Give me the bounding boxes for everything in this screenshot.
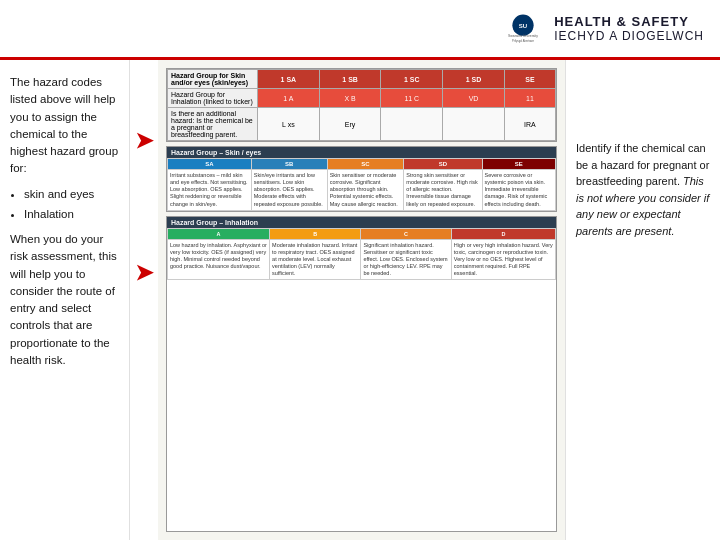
col-1a: 1 A [258, 89, 320, 108]
col-header-sc: SC [327, 159, 404, 170]
col-se: SE [504, 70, 555, 89]
col-vd: VD [443, 89, 505, 108]
inhalation-cell-a: Low hazard by inhalation. Asphyxiant or … [168, 239, 270, 280]
val-blank2 [443, 108, 505, 141]
col-11c: 11 C [381, 89, 443, 108]
col-header-sd: SD [404, 159, 482, 170]
inhalation-cell-b: Moderate inhalation hazard. Irritant to … [270, 239, 361, 280]
svg-text:Swansea University: Swansea University [508, 34, 538, 38]
list-item-skin: skin and eyes [24, 186, 119, 203]
main-content: The hazard codes listed above will help … [0, 60, 720, 540]
left-panel: The hazard codes listed above will help … [0, 60, 130, 540]
header-subtitle: IECHYD A DIOGELWCH [554, 29, 704, 43]
header-logo: SU Swansea University Prifysgol Abertawe… [504, 10, 704, 48]
inhalation-cell-d: High or very high inhalation hazard. Ver… [451, 239, 555, 280]
col-11e: 11 [504, 89, 555, 108]
hazard-assignment-table: Hazard Group for Skin and/or eyes (skin/… [166, 68, 557, 142]
hazard-inhalation-label: Hazard Group for Inhalation (linked to t… [168, 89, 258, 108]
col-header-sb: SB [251, 159, 327, 170]
val-lxs: L xs [258, 108, 320, 141]
col-header-d: D [451, 228, 555, 239]
hazard-skin-label: Hazard Group for Skin and/or eyes (skin/… [168, 70, 258, 89]
col-header-se: SE [482, 159, 555, 170]
col-1sc: 1 SC [381, 70, 443, 89]
col-header-sa: SA [168, 159, 252, 170]
col-header-b: B [270, 228, 361, 239]
arrow-top-icon: ➤ [135, 128, 153, 154]
skin-cell-sb: Skin/eye irritants and low sensitisers. … [251, 170, 327, 211]
header: SU Swansea University Prifysgol Abertawe… [0, 0, 720, 60]
col-1sd: 1 SD [443, 70, 505, 89]
hazard-list: skin and eyes Inhalation [24, 186, 119, 224]
col-1sa: 1 SA [258, 70, 320, 89]
val-blank1 [381, 108, 443, 141]
skin-eyes-table: Hazard Group – Skin / eyes SA SB SC SD S… [166, 146, 557, 212]
inhalation-table: Hazard Group – Inhalation A B C D Low ha… [166, 216, 557, 532]
document-area: Hazard Group for Skin and/or eyes (skin/… [158, 60, 565, 540]
arrow-bottom-icon: ➤ [135, 260, 153, 286]
col-header-a: A [168, 228, 270, 239]
val-ira: IRA [504, 108, 555, 141]
right-panel-text: Identify if the chemical can be a hazard… [576, 140, 710, 239]
svg-text:SU: SU [519, 22, 528, 29]
inhalation-cell-c: Significant inhalation hazard. Sensitise… [361, 239, 451, 280]
header-text: HEALTH & SAFETY IECHYD A DIOGELWCH [554, 14, 704, 43]
skin-cell-se: Severe corrosive or systemic poison via … [482, 170, 555, 211]
document-container: Hazard Group for Skin and/or eyes (skin/… [166, 68, 557, 532]
list-item-inhalation: Inhalation [24, 206, 119, 223]
right-panel: Identify if the chemical can be a hazard… [565, 60, 720, 540]
skin-section-header: Hazard Group – Skin / eyes [167, 147, 556, 158]
col-xb: X B [319, 89, 381, 108]
skin-cell-sc: Skin sensitiser or moderate corrosive. S… [327, 170, 404, 211]
skin-cell-sd: Strong skin sensitiser or moderate corro… [404, 170, 482, 211]
university-logo: SU Swansea University Prifysgol Abertawe [504, 10, 542, 48]
left-text-1: The hazard codes listed above will help … [10, 74, 119, 178]
center-wrapper: ➤ ➤ Hazard Group for Skin and/or eyes (s… [130, 60, 565, 540]
additional-hazard-label: Is there an additional hazard: Is the ch… [168, 108, 258, 141]
left-text-2: When you do your risk assessment, this w… [10, 231, 119, 369]
col-header-c: C [361, 228, 451, 239]
header-title: HEALTH & SAFETY [554, 14, 704, 29]
inhalation-section-header: Hazard Group – Inhalation [167, 217, 556, 228]
col-1sb: 1 SB [319, 70, 381, 89]
arrows-column: ➤ ➤ [130, 60, 158, 540]
skin-cell-sa: Irritant substances – mild skin and eye … [168, 170, 252, 211]
svg-text:Prifysgol Abertawe: Prifysgol Abertawe [512, 38, 535, 42]
val-ery: Ery [319, 108, 381, 141]
